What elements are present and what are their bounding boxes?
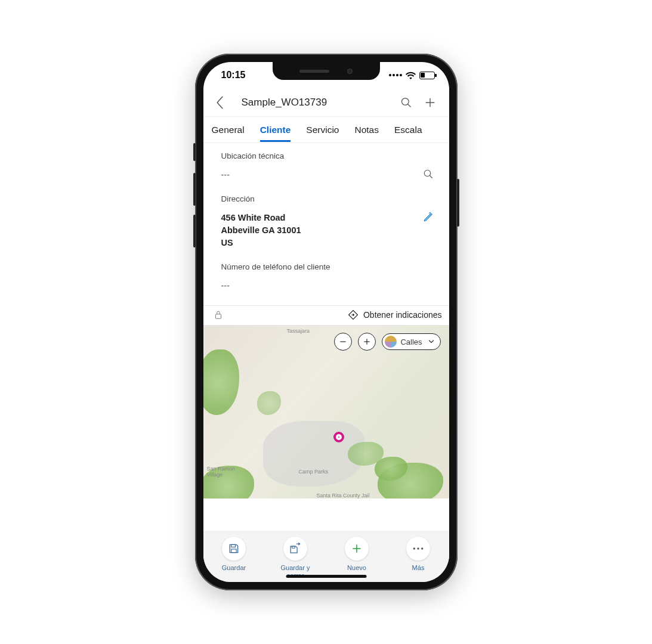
map-label-jail: Santa Rita County Jail	[317, 493, 370, 499]
map-controls: Calles	[334, 333, 440, 351]
map-type-swatch-icon	[385, 336, 397, 348]
map-header: Obtener indicaciones	[203, 305, 449, 326]
svg-point-0	[401, 98, 409, 105]
more-button[interactable]: Más	[393, 537, 443, 572]
cellular-icon	[389, 74, 402, 76]
home-indicator[interactable]	[286, 575, 366, 578]
search-button[interactable]	[395, 97, 417, 109]
phone-value[interactable]: ---	[221, 280, 230, 292]
map-pin-icon[interactable]	[333, 432, 344, 442]
svg-rect-11	[231, 549, 236, 553]
phone-frame: 10:15 Sample_WO13739 General Cliente	[195, 54, 458, 590]
save-close-icon	[283, 537, 307, 561]
tab-notas[interactable]: Notas	[354, 119, 379, 141]
tab-escala[interactable]: Escala	[394, 119, 422, 141]
svg-point-16	[417, 547, 419, 549]
lookup-icon[interactable]	[423, 169, 438, 179]
map-type-label: Calles	[400, 338, 422, 346]
more-label: Más	[412, 564, 425, 572]
get-directions-button[interactable]: Obtener indicaciones	[348, 309, 442, 320]
content-area[interactable]: Ubicación técnica --- Dirección 456 Whit…	[203, 143, 449, 531]
tech-location-value[interactable]: ---	[221, 169, 230, 181]
save-label: Guardar	[222, 564, 246, 572]
save-close-button[interactable]: Guardar y cerrar	[270, 537, 320, 580]
save-icon	[222, 537, 246, 561]
map-label-sr: San Ramon Village	[207, 466, 236, 478]
svg-rect-12	[292, 546, 295, 548]
back-button[interactable]	[212, 96, 228, 109]
status-indicators	[389, 72, 435, 79]
tab-servicio[interactable]: Servicio	[306, 119, 339, 141]
tabs: General Cliente Servicio Notas Escala	[203, 117, 449, 143]
tab-cliente[interactable]: Cliente	[260, 119, 291, 141]
phone-label: Número de teléfono del cliente	[221, 262, 438, 271]
new-label: Nuevo	[347, 564, 366, 572]
more-icon	[406, 537, 430, 561]
chevron-down-icon	[428, 340, 434, 343]
nav-header: Sample_WO13739	[203, 88, 449, 117]
wifi-icon	[406, 72, 416, 79]
screen: 10:15 Sample_WO13739 General Cliente	[203, 62, 449, 582]
map-view[interactable]: Tassajara San Ramon Village Camp Parks S…	[203, 326, 449, 499]
add-button[interactable]	[419, 96, 441, 109]
zoom-out-button[interactable]	[334, 333, 352, 351]
zoom-in-button[interactable]	[358, 333, 376, 351]
tab-general[interactable]: General	[212, 119, 245, 141]
map-type-selector[interactable]: Calles	[382, 333, 440, 350]
svg-line-1	[407, 104, 410, 107]
save-button[interactable]: Guardar	[209, 537, 259, 572]
svg-rect-6	[215, 314, 221, 318]
edit-address-icon[interactable]	[423, 212, 438, 222]
status-time: 10:15	[221, 70, 246, 80]
svg-point-15	[413, 547, 415, 549]
svg-line-5	[429, 175, 432, 178]
tech-location-label: Ubicación técnica	[221, 151, 438, 160]
address-value[interactable]: 456 White Road Abbeville GA 31001 US	[221, 212, 301, 249]
map-label-cp: Camp Parks	[299, 469, 329, 475]
address-label: Dirección	[221, 194, 438, 203]
battery-icon	[419, 72, 435, 79]
notch	[273, 62, 380, 80]
svg-point-17	[421, 547, 423, 549]
map-section: Obtener indicaciones Tassajara San Ramon…	[203, 305, 449, 499]
svg-point-4	[424, 170, 431, 177]
lock-icon[interactable]	[214, 310, 223, 320]
new-icon	[345, 537, 369, 561]
map-label-top: Tassajara	[287, 328, 310, 334]
page-title: Sample_WO13739	[231, 97, 393, 109]
new-button[interactable]: Nuevo	[332, 537, 382, 572]
directions-icon	[348, 309, 359, 320]
get-directions-label: Obtener indicaciones	[363, 310, 442, 320]
